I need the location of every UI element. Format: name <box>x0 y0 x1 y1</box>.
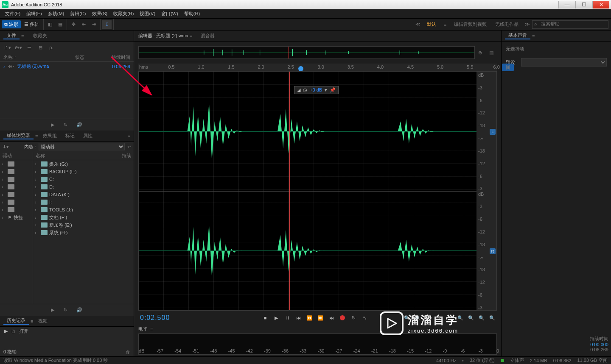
spectral-freq-icon[interactable]: 卌 <box>502 64 514 71</box>
menu-window[interactable]: 窗口(W) <box>159 10 181 18</box>
right-col-name[interactable]: 名称 <box>36 153 122 159</box>
minimize-button[interactable]: — <box>558 1 575 8</box>
essential-sound-menu-icon[interactable]: ≡ <box>532 33 535 39</box>
drive-tree-item[interactable]: › <box>0 160 33 168</box>
workspace-default[interactable]: 默认 <box>423 21 440 28</box>
menu-effects[interactable]: 效果(S) <box>90 10 110 18</box>
forward-button[interactable]: ⏩ <box>316 313 325 322</box>
menu-file[interactable]: 文件(F) <box>3 10 23 18</box>
content-select[interactable]: 驱动器 <box>39 143 125 150</box>
drive-item[interactable]: ›系统 (H:) <box>33 229 134 236</box>
level-meter[interactable]: dB-57-54-51-48-45-42-39-36-33-30-27-24-2… <box>138 333 497 355</box>
history-item-open[interactable]: ▶ 🗋 打开 <box>0 327 134 336</box>
workspace-menu-icon[interactable]: ≡ <box>440 20 450 29</box>
move-tool-icon[interactable]: ✥ <box>69 20 78 29</box>
tab-favorites[interactable]: 收藏夹 <box>30 33 50 39</box>
workspace-edit-audio-to-video[interactable]: 编辑音频到视频 <box>450 21 491 28</box>
import-icon[interactable]: ☰ <box>25 44 33 51</box>
razor-prev-icon[interactable]: ⇤ <box>79 20 88 29</box>
trash-icon[interactable]: 🗑 <box>126 350 130 355</box>
drive-tree-item[interactable]: › <box>0 183 33 191</box>
drive-tree-item[interactable]: › <box>0 191 33 198</box>
zoom-sel-out-icon[interactable]: 🔍 <box>466 313 476 322</box>
skip-end-button[interactable]: ⏭ <box>327 313 336 322</box>
play-button[interactable]: ▶ <box>272 313 281 322</box>
levels-menu-icon[interactable]: ≡ <box>150 326 153 331</box>
drive-tree-item[interactable]: › <box>0 198 33 206</box>
maximize-button[interactable]: ☐ <box>575 1 592 8</box>
close-file-icon[interactable]: ⊟ <box>36 44 44 51</box>
media-browser-menu-icon[interactable]: ≡ <box>35 133 38 139</box>
menu-multitrack[interactable]: 多轨(M) <box>45 10 67 18</box>
mb-play-icon[interactable]: ▶ <box>51 307 58 313</box>
mb-volume-icon[interactable]: 🔊 <box>76 307 83 313</box>
drive-item[interactable]: ›C: <box>33 175 134 183</box>
workspace-next-icon[interactable]: ≫ <box>523 20 532 29</box>
play-preview-icon[interactable]: ▶ <box>51 122 58 128</box>
rewind-button[interactable]: ⏪ <box>305 313 314 322</box>
close-button[interactable]: ✕ <box>592 1 609 8</box>
channel-right-label[interactable]: R <box>490 248 496 254</box>
pause-button[interactable]: ⏸ <box>283 313 292 322</box>
history-menu-icon[interactable]: ≡ <box>31 319 33 324</box>
overview-waveform[interactable] <box>138 46 475 59</box>
drive-tree-item[interactable]: › <box>0 175 33 183</box>
drive-item[interactable]: ›文档 (F:) <box>33 214 134 221</box>
multitrack-mode-button[interactable]: ☰多轨 <box>22 20 42 28</box>
waveform-mode-button[interactable]: ⧉波形 <box>2 20 21 28</box>
auto-play-icon[interactable]: 🔊 <box>76 122 83 128</box>
playhead-marker-icon[interactable] <box>298 64 303 71</box>
menu-clip[interactable]: 剪辑(C) <box>67 10 88 18</box>
drive-item[interactable]: ›娱乐 (G:) <box>33 160 134 168</box>
back-icon[interactable]: ↩ <box>127 144 131 150</box>
help-search-input[interactable]: 搜索帮助 <box>532 20 608 29</box>
tab-video[interactable]: 视频 <box>35 318 51 324</box>
right-col-dur[interactable]: 持续 <box>122 153 131 159</box>
menu-help[interactable]: 帮助(H) <box>182 10 202 18</box>
tab-media-browser[interactable]: 媒体浏览器 <box>3 132 34 139</box>
tab-files[interactable]: 文件 <box>3 32 20 39</box>
tab-editor[interactable]: 编辑器 : 无标题 (2).wma ≡ <box>138 33 192 39</box>
workspace-prev-icon[interactable]: ≪ <box>413 20 423 29</box>
drive-item[interactable]: ›BACKUP (L:) <box>33 168 134 175</box>
time-selection-tool-icon[interactable]: 𝙸 <box>102 20 112 29</box>
file-row[interactable]: › 无标题 (2).wma 0:06.269 <box>0 62 134 71</box>
tab-essential-sound[interactable]: 基本声音 <box>505 32 530 39</box>
drive-tree-item[interactable]: ›⚑快捷 <box>0 214 33 221</box>
tab-markers[interactable]: 标记 <box>62 133 78 139</box>
drive-tree-item[interactable]: › <box>0 168 33 175</box>
tab-effects-rack[interactable]: 效果组 <box>39 133 60 139</box>
view-options-icon[interactable]: ▤ <box>489 50 497 56</box>
hud-volume[interactable]: ◢ ◷ +0 dB ▾ 📌 <box>294 86 339 94</box>
skip-selection-button[interactable]: ⤡ <box>360 313 369 322</box>
timecode-display[interactable]: 0:02.500 <box>138 314 193 322</box>
zoom-in-point-icon[interactable]: 🔍 <box>477 313 486 322</box>
mb-loop-icon[interactable]: ↻ <box>64 307 70 313</box>
selection-end[interactable]: 0:06.269 <box>566 347 608 352</box>
col-name[interactable]: 名称 ↑ <box>3 54 75 61</box>
channel-left-label[interactable]: L <box>490 129 496 135</box>
channel-display-icon[interactable]: ⊚ <box>478 50 486 56</box>
waveform-display[interactable]: ◢ ◷ +0 dB ▾ 📌 <box>138 71 476 311</box>
pitch-display-icon[interactable]: ▤ <box>56 20 65 29</box>
razor-next-icon[interactable]: ⇥ <box>89 20 98 29</box>
overflow-icon[interactable]: » <box>128 133 130 139</box>
tab-history[interactable]: 历史记录 <box>3 317 29 325</box>
selection-start[interactable]: 0:00.000 <box>566 342 608 347</box>
tab-properties[interactable]: 属性 <box>80 133 96 139</box>
pin-icon[interactable]: 📌 <box>330 87 336 93</box>
col-duration[interactable]: 持续时间 <box>101 54 130 61</box>
preset-select[interactable] <box>521 58 607 67</box>
drive-item[interactable]: ›I: <box>33 198 134 206</box>
skip-start-button[interactable]: ⏮ <box>294 313 303 322</box>
menu-edit[interactable]: 编辑(E) <box>24 10 45 18</box>
drive-tree-item[interactable]: › <box>0 206 33 214</box>
drive-item[interactable]: ›TOOLS (J:) <box>33 206 134 214</box>
col-status[interactable]: 状态 <box>75 54 101 61</box>
menu-favorites[interactable]: 收藏夹(R) <box>111 10 136 18</box>
filter-input-icon[interactable]: ρ. <box>48 44 55 51</box>
open-file-icon[interactable]: 🗁▾ <box>14 44 22 51</box>
spectral-display-icon[interactable]: ◧ <box>45 20 55 29</box>
drive-item[interactable]: ›DATA (K:) <box>33 191 134 198</box>
drive-item[interactable]: ›新加卷 (E:) <box>33 221 134 229</box>
